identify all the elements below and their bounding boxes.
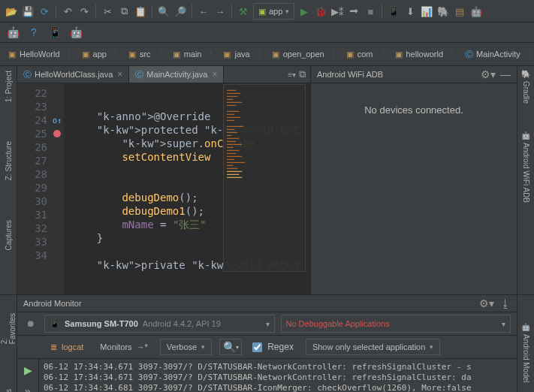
stop-icon[interactable]: ■	[364, 5, 377, 18]
run-icon[interactable]: ▶	[297, 5, 311, 18]
device-select[interactable]: 📱 Samsung SM-T700 Android 4.4.2, API 19 …	[44, 315, 275, 333]
logcat-tab[interactable]: ≣ logcat	[46, 341, 88, 354]
editor-tabs: Ⓒ HelloWorldClass.java × Ⓒ MainActivity.…	[17, 66, 310, 83]
close-icon[interactable]: ×	[117, 69, 122, 80]
folder-icon: ▣	[394, 50, 403, 59]
chevron-down-icon: ▾	[266, 320, 270, 328]
crumb-3[interactable]: ▣main	[169, 49, 207, 59]
process-name: No Debuggable Applications	[286, 319, 390, 328]
undo-icon[interactable]: ↶	[61, 5, 74, 18]
crumb-2[interactable]: ▣src	[125, 49, 155, 59]
gutter: 22232425262728293031323334	[17, 83, 50, 294]
open-icon[interactable]: 📂	[5, 5, 18, 18]
crumb-8[interactable]: ⒸMainActivity	[461, 49, 525, 59]
crumb-label: HelloWorld	[20, 50, 60, 59]
close-icon[interactable]: ×	[212, 69, 217, 80]
split-icon[interactable]: ≡▾	[288, 71, 296, 79]
bottom-left-rail: 2: Favorites Variants	[0, 295, 17, 392]
tab-menu-icon[interactable]: ⧉	[299, 68, 306, 80]
device-icon[interactable]: 📱	[48, 26, 62, 39]
code-text[interactable]: "k-anno">@Override "k-kw">protected "k-k…	[64, 94, 310, 284]
copy-icon[interactable]: ⧉	[117, 5, 131, 18]
proj-structure-icon[interactable]: ▤	[453, 5, 466, 18]
rail-captures[interactable]: Captures	[5, 219, 13, 252]
breakpoint-icon[interactable]	[53, 130, 61, 137]
tab-1[interactable]: Ⓒ MainActivity.java ×	[129, 66, 224, 83]
crumb-1[interactable]: ▣app	[78, 49, 111, 59]
debug-icon[interactable]: 🐞	[314, 5, 327, 18]
back-icon[interactable]: ←	[197, 5, 210, 18]
device-name: Samsung SM-T700	[65, 319, 138, 328]
folder-icon: ▣	[172, 50, 181, 59]
gutter-marks: o↑	[50, 83, 64, 294]
run-config-select[interactable]: ▣ app ▾	[253, 3, 294, 20]
folder-icon: ▣	[81, 50, 90, 59]
save-all-icon[interactable]: 💾	[21, 5, 35, 18]
hide-icon[interactable]: —	[500, 68, 511, 80]
forward-icon[interactable]: →	[213, 5, 227, 18]
rail-project[interactable]: 1: Project	[5, 69, 13, 104]
folder-icon: ▣	[345, 50, 354, 59]
android-device-icon[interactable]: 🤖	[69, 26, 83, 39]
override-marker-icon[interactable]: o↑	[53, 116, 62, 125]
breadcrumb: ▣HelloWorld〉 ▣app〉 ▣src〉 ▣main〉 ▣java〉 ▣…	[0, 43, 534, 66]
profile-icon[interactable]: ▶⁑	[330, 5, 344, 18]
rail-favorites[interactable]: 2: Favorites	[0, 313, 17, 344]
main-toolbar: 📂 💾 ⟳ ↶ ↷ ✂ ⧉ 📋 🔍 🔎 ← → ⚒ ▣ app ▾ ▶ 🐞 ▶⁑…	[0, 0, 534, 23]
crumb-6[interactable]: ▣com	[342, 49, 378, 59]
crumb-label: src	[140, 50, 151, 59]
monitors-tab[interactable]: Monitors →*	[95, 341, 152, 353]
replace-icon[interactable]: 🔎	[173, 5, 187, 18]
run-logcat-icon[interactable]: ▶	[21, 363, 35, 377]
log-search[interactable]: 🔍▾	[219, 339, 242, 355]
android-app-icon[interactable]: 🤖	[6, 26, 20, 39]
regex-checkbox[interactable]: Regex	[249, 340, 294, 354]
paste-icon[interactable]: 📋	[134, 5, 147, 18]
help-icon[interactable]: ?	[27, 26, 41, 39]
cut-icon[interactable]: ✂	[101, 5, 114, 18]
crumb-7[interactable]: ▣helloworld	[391, 49, 448, 59]
crumb-label: MainActivity	[476, 50, 520, 59]
arrow-icon: →*	[137, 342, 148, 351]
class-icon: Ⓒ	[23, 69, 32, 80]
class-icon: Ⓒ	[464, 50, 473, 59]
crumb-4[interactable]: ▣java	[219, 49, 254, 59]
regex-check-input[interactable]	[252, 342, 262, 352]
gear-icon[interactable]: ⚙▾	[481, 68, 496, 80]
tab-0[interactable]: Ⓒ HelloWorldClass.java ×	[17, 66, 129, 83]
android-monitor-icon[interactable]: 🤖	[469, 5, 483, 18]
rail-gradle[interactable]: 🐘Gradle	[522, 69, 530, 104]
download-icon[interactable]: ⭳	[500, 297, 511, 309]
log-level-select[interactable]: Verbose ▾	[160, 339, 212, 355]
redo-icon[interactable]: ↷	[77, 5, 91, 18]
gradle-sync-icon[interactable]: 🐘	[436, 5, 450, 18]
log-output[interactable]: 06-12 17:34:34.671 3097-3097/? D/STATUSB…	[39, 359, 517, 392]
crumb-0[interactable]: ▣HelloWorld	[5, 49, 65, 59]
code-area[interactable]: 22232425262728293031323334 o↑ "k-anno">@…	[17, 83, 310, 294]
make-icon[interactable]: ⚒	[237, 5, 250, 18]
chevron-down-icon: ▾	[502, 320, 505, 328]
run-config-label: app	[269, 7, 282, 16]
rail-wifi-adb[interactable]: 🤖Android WiFi ADB	[522, 131, 530, 203]
more-icon[interactable]: »	[21, 384, 35, 392]
find-icon[interactable]: 🔍	[157, 5, 170, 18]
sync-icon[interactable]: ⟳	[38, 5, 51, 18]
folder-icon: ▣	[8, 50, 17, 59]
attach-icon[interactable]: ⮕	[347, 5, 361, 18]
crumb-label: open_open	[283, 50, 324, 59]
crumb-label: app	[93, 50, 107, 59]
filter-select[interactable]: Show only selected application ▾	[306, 339, 440, 355]
rail-variants[interactable]: Variants	[5, 389, 13, 392]
sdk-icon[interactable]: ⬇	[403, 5, 417, 18]
avd-icon[interactable]: 📱	[387, 5, 400, 18]
crumb-5[interactable]: ▣open_open	[268, 49, 329, 59]
rail-structure[interactable]: Z: Structure	[5, 140, 13, 182]
ddms-icon[interactable]: 📊	[420, 5, 433, 18]
monitor-side-actions: ▶ »	[17, 359, 39, 392]
gear-icon[interactable]: ⚙▾	[479, 297, 494, 309]
record-icon[interactable]: ⏺	[23, 318, 38, 329]
phone-icon: 📱	[50, 319, 60, 329]
rail-android-model[interactable]: 🤖 Android Model	[522, 322, 530, 382]
folder-icon: ▣	[222, 50, 231, 59]
process-select[interactable]: No Debuggable Applications ▾	[281, 315, 511, 333]
